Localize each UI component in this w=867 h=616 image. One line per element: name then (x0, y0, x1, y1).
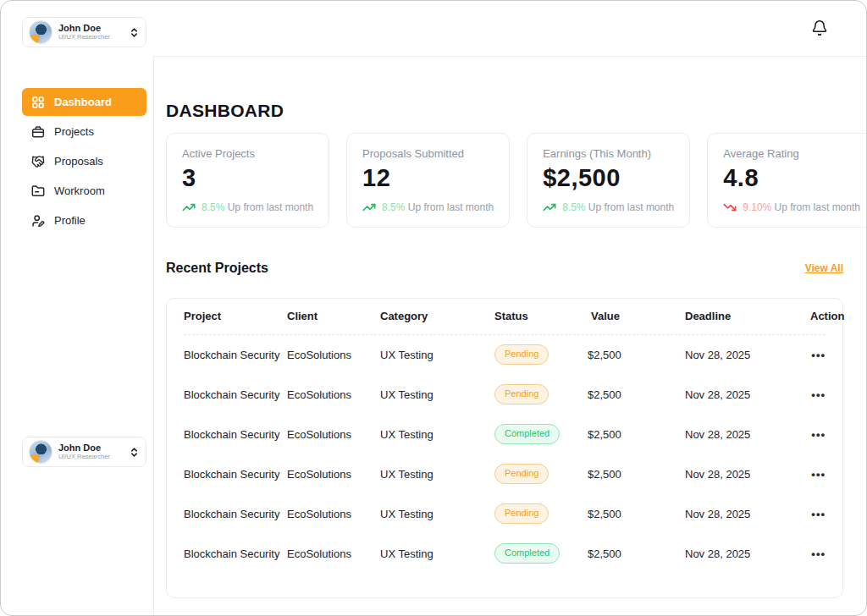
trending-up-icon (182, 201, 196, 214)
trend-text: Up from last month (408, 201, 494, 213)
sidebar-item-workroom[interactable]: Workroom (22, 177, 146, 205)
sidebar-item-label: Profile (54, 214, 86, 227)
table-row: Blockchain Security EcoSolutions UX Test… (184, 375, 826, 415)
cell-project: Blockchain Security (184, 388, 287, 401)
cell-project: Blockchain Security (184, 468, 287, 481)
chevrons-up-down-icon (129, 27, 140, 38)
table-row: Blockchain Security EcoSolutions UX Test… (184, 415, 826, 454)
cell-value: $2,500 (588, 547, 620, 560)
sidebar-item-proposals[interactable]: Proposals (22, 147, 146, 175)
cell-project: Blockchain Security (184, 428, 287, 441)
table-row: Blockchain Security EcoSolutions UX Test… (184, 335, 826, 375)
table-row: Blockchain Security EcoSolutions UX Test… (184, 534, 826, 574)
cell-deadline: Nov 28, 2025 (620, 468, 810, 481)
cell-deadline: Nov 28, 2025 (620, 428, 810, 441)
row-actions-button[interactable]: ••• (811, 387, 826, 403)
cell-project: Blockchain Security (184, 547, 287, 560)
cell-client: EcoSolutions (287, 468, 380, 481)
notifications-button[interactable] (808, 16, 831, 40)
cell-category: UX Testing (380, 349, 494, 361)
row-actions-button[interactable]: ••• (811, 426, 826, 443)
sidebar-nav: Dashboard Projects Proposals Workroom Pr… (22, 88, 146, 234)
stat-label: Earnings (This Month) (543, 147, 674, 160)
user-role: UI/UX Researcher (58, 454, 110, 461)
trend-percent: 8.5% (202, 201, 224, 213)
cell-client: EcoSolutions (287, 428, 380, 441)
cell-client: EcoSolutions (287, 547, 380, 560)
recent-projects-title: Recent Projects (166, 261, 268, 276)
stat-value: 12 (362, 164, 494, 192)
topbar (153, 0, 867, 57)
briefcase-icon (31, 125, 45, 139)
sidebar-item-label: Dashboard (54, 96, 112, 108)
col-header-client: Client (287, 310, 380, 322)
stat-card-proposals-submitted: Proposals Submitted 12 8.5% Up from last… (346, 133, 510, 228)
user-card-top[interactable]: John Doe UI/UX Researcher (22, 17, 146, 47)
cell-category: UX Testing (380, 547, 494, 560)
row-actions-button[interactable]: ••• (811, 506, 826, 522)
cell-value: $2,500 (588, 468, 620, 481)
stat-card-earnings: Earnings (This Month) $2,500 8.5% Up fro… (527, 133, 690, 228)
stat-cards: Active Projects 3 8.5% Up from last mont… (166, 133, 843, 228)
table-header-row: Project Client Category Status Value Dea… (184, 299, 826, 335)
recent-projects-table: Project Client Category Status Value Dea… (166, 298, 843, 598)
status-badge: Completed (494, 424, 560, 444)
sidebar-item-label: Workroom (54, 184, 105, 197)
trend-text: Up from last month (775, 201, 860, 213)
cell-value: $2,500 (588, 508, 620, 520)
avatar (29, 440, 52, 464)
cell-category: UX Testing (380, 388, 494, 401)
col-header-deadline: Deadline (620, 310, 810, 322)
status-badge: Pending (494, 503, 549, 524)
cell-deadline: Nov 28, 2025 (620, 349, 810, 361)
trending-down-icon (723, 201, 737, 214)
stat-label: Proposals Submitted (362, 147, 494, 160)
trend-percent: 8.5% (562, 201, 585, 213)
avatar (29, 20, 52, 44)
row-actions-button[interactable]: ••• (811, 347, 826, 363)
page-title: DASHBOARD (166, 101, 843, 121)
cell-value: $2,500 (588, 428, 620, 441)
trend-text: Up from last month (228, 201, 313, 213)
cell-project: Blockchain Security (184, 508, 287, 520)
stat-label: Active Projects (182, 147, 313, 160)
col-header-action: Action (810, 310, 844, 322)
table-body: Blockchain Security EcoSolutions UX Test… (184, 335, 826, 574)
user-pen-icon (31, 214, 45, 228)
sidebar-item-label: Projects (54, 125, 94, 138)
sidebar: John Doe UI/UX Researcher Dashboard Proj… (0, 0, 154, 616)
cell-client: EcoSolutions (287, 388, 380, 401)
sidebar-item-profile[interactable]: Profile (22, 206, 146, 234)
cell-value: $2,500 (588, 349, 620, 361)
user-card-bottom[interactable]: John Doe UI/UX Researcher (22, 437, 146, 467)
trend-percent: 9.10% (743, 201, 771, 213)
user-role: UI/UX Researcher (58, 34, 110, 41)
cell-value: $2,500 (588, 388, 620, 401)
stat-label: Average Rating (723, 147, 860, 160)
cell-category: UX Testing (380, 468, 494, 481)
trending-up-icon (543, 201, 556, 214)
table-row: Blockchain Security EcoSolutions UX Test… (184, 494, 826, 534)
row-actions-button[interactable]: ••• (811, 466, 826, 482)
trend-percent: 8.5% (382, 201, 405, 213)
cell-deadline: Nov 28, 2025 (620, 547, 810, 560)
view-all-link[interactable]: View All (805, 262, 843, 274)
stat-value: $2,500 (543, 164, 674, 192)
table-row: Blockchain Security EcoSolutions UX Test… (184, 454, 826, 494)
status-badge: Pending (494, 384, 549, 404)
sidebar-item-projects[interactable]: Projects (22, 118, 146, 146)
status-badge: Pending (494, 464, 549, 484)
dashboard-grid-icon (31, 96, 45, 109)
cell-category: UX Testing (380, 508, 494, 520)
cell-client: EcoSolutions (287, 508, 380, 520)
trending-up-icon (362, 201, 376, 214)
row-actions-button[interactable]: ••• (811, 546, 826, 562)
col-header-value: Value (588, 310, 620, 322)
status-badge: Completed (494, 543, 560, 564)
status-badge: Pending (494, 344, 549, 365)
cell-client: EcoSolutions (287, 349, 380, 361)
sidebar-item-dashboard[interactable]: Dashboard (22, 88, 146, 116)
bell-icon (811, 19, 828, 36)
handshake-icon (31, 155, 45, 168)
col-header-status: Status (494, 310, 588, 322)
